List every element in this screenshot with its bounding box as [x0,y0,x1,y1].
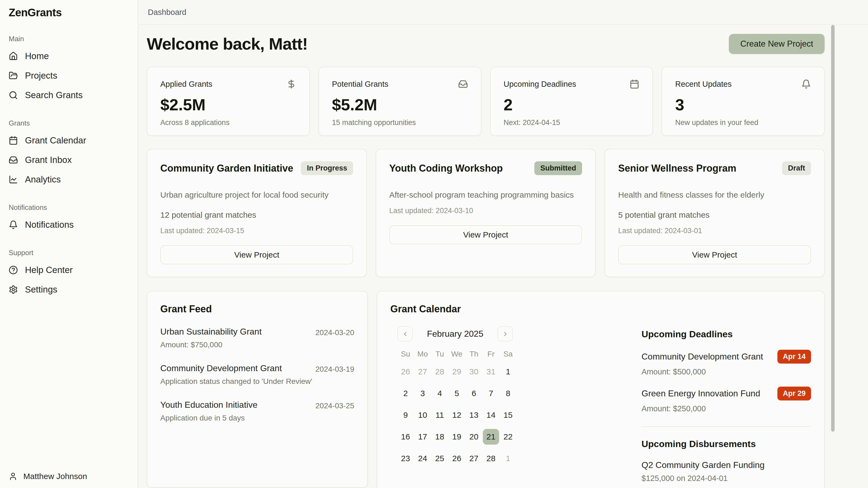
feed-item-title: Youth Education Initiative [160,400,257,410]
deadline-amount: Amount: $500,000 [642,367,811,376]
sidebar-item-label: Grant Calendar [25,135,86,145]
stat-subtext: 15 matching opportunities [332,119,468,127]
calendar-day[interactable]: 7 [483,386,499,401]
disbursement-subtext: $125,000 on 2024-04-01 [642,474,811,483]
calendar-day[interactable]: 20 [466,429,482,445]
calendar-day[interactable]: 28 [483,451,499,466]
calendar-day-selected[interactable]: 21 [483,429,499,445]
calendar-day[interactable]: 1 [500,451,516,466]
calendar-day[interactable]: 6 [466,386,482,401]
deadline-title: Green Energy Innovation Fund [642,389,760,398]
calendar-day[interactable]: 19 [448,429,465,445]
stats-row: Applied Grants$2.5MAcross 8 applications… [147,67,825,136]
project-updated: Last updated: 2024-03-15 [160,227,353,235]
calendar-day[interactable]: 13 [466,407,482,423]
project-updated: Last updated: 2024-03-10 [389,206,582,215]
calendar-day[interactable]: 1 [500,364,516,380]
status-badge: Draft [782,161,811,175]
divider [642,426,811,427]
stat-label: Applied Grants [160,80,212,89]
project-title: Youth Coding Workshop [389,163,503,174]
topbar: Dashboard [138,0,868,25]
project-card: Community Garden InitiativeIn ProgressUr… [147,149,367,277]
calendar-day[interactable]: 26 [397,364,414,380]
stat-value: $2.5M [160,95,296,114]
chevron-left-icon [402,330,409,337]
stat-subtext: New updates in your feed [675,119,811,127]
grant-calendar-card: Grant Calendar February 2025 SuMoT [377,291,825,488]
project-matches: 5 potential grant matches [618,210,811,220]
calendar-day[interactable]: 11 [432,407,448,423]
deadline-title: Community Development Grant [642,352,763,362]
stat-value: 2 [504,95,640,114]
calendar-day[interactable]: 4 [432,386,448,401]
sidebar-item-notifications[interactable]: Notifications [9,216,129,233]
calendar-day[interactable]: 18 [432,429,448,445]
sidebar-group: MainHomeProjectsSearch Grants [9,35,129,104]
calendar-day[interactable]: 17 [414,429,431,445]
calendar-day[interactable]: 2 [397,386,414,401]
sidebar-item-label: Home [25,51,49,61]
calendar-day[interactable]: 29 [448,364,465,380]
calendar-day[interactable]: 25 [432,451,448,466]
feed-item[interactable]: Community Development GrantApplication s… [160,363,354,386]
grant-feed-card: Grant Feed Urban Sustainability GrantAmo… [147,291,368,488]
breadcrumb: Dashboard [148,8,186,17]
calendar-day[interactable]: 9 [397,407,414,423]
sidebar-item-settings[interactable]: Settings [9,281,129,298]
project-description: After-school program teaching programmin… [389,190,582,199]
analytics-icon [9,175,18,184]
calendar-day[interactable]: 3 [414,386,431,401]
calendar-day[interactable]: 28 [432,364,448,380]
calendar-day[interactable]: 30 [466,364,482,380]
project-card: Senior Wellness ProgramDraftHealth and f… [604,149,825,277]
sidebar-item-grant-inbox[interactable]: Grant Inbox [9,151,129,169]
view-project-button[interactable]: View Project [618,246,811,264]
view-project-button[interactable]: View Project [389,225,582,244]
sidebar-item-search-grants[interactable]: Search Grants [9,87,129,104]
deadline-date-badge: Apr 14 [777,350,811,364]
grant-feed-title: Grant Feed [160,303,354,315]
deadline-amount: Amount: $250,000 [642,404,811,413]
calendar-day[interactable]: 26 [448,451,465,466]
view-project-button[interactable]: View Project [160,246,353,264]
home-icon [9,52,18,61]
calendar-day[interactable]: 15 [500,407,516,423]
sidebar-item-projects[interactable]: Projects [9,67,129,84]
sidebar-item-analytics[interactable]: Analytics [9,171,129,188]
create-new-project-button[interactable]: Create New Project [729,34,825,54]
calendar-next-button[interactable] [497,326,513,341]
user-profile[interactable]: Matthew Johnson [9,472,87,481]
scrollbar[interactable] [831,25,835,432]
calendar-day[interactable]: 8 [500,386,516,401]
calendar-day[interactable]: 5 [448,386,465,401]
calendar-weekday: Fr [483,350,499,358]
calendar-day[interactable]: 24 [414,451,431,466]
calendar-day[interactable]: 22 [500,429,516,445]
upcoming-disbursements-title: Upcoming Disbursements [642,438,811,449]
help-icon [9,265,18,274]
calendar-day[interactable]: 16 [397,429,414,445]
stat-card: Recent Updates3New updates in your feed [661,67,825,136]
feed-item[interactable]: Youth Education InitiativeApplication du… [160,400,354,422]
sidebar-item-label: Settings [25,284,57,295]
calendar-day[interactable]: 14 [483,407,499,423]
calendar-day[interactable]: 31 [483,364,499,380]
feed-item[interactable]: Urban Sustainability GrantAmount: $750,0… [160,327,354,349]
calendar-day[interactable]: 23 [397,451,414,466]
project-title: Senior Wellness Program [618,163,736,174]
stat-card: Applied Grants$2.5MAcross 8 applications [147,67,310,136]
calendar-day[interactable]: 10 [414,407,431,423]
disbursements-list: Q2 Community Garden Funding$125,000 on 2… [642,460,811,488]
calendar-prev-button[interactable] [397,326,413,341]
sidebar-item-label: Grant Inbox [25,155,72,165]
sidebar-item-help-center[interactable]: Help Center [9,261,129,279]
main-area: Dashboard Welcome back, Matt! Create New… [138,0,868,488]
sidebar-item-grant-calendar[interactable]: Grant Calendar [9,132,129,149]
deadline-date-badge: Apr 29 [777,387,811,400]
calendar-day[interactable]: 27 [466,451,482,466]
calendar-weekday: We [448,350,465,358]
calendar-day[interactable]: 12 [448,407,465,423]
calendar-day[interactable]: 27 [414,364,431,380]
sidebar-item-home[interactable]: Home [9,47,129,65]
